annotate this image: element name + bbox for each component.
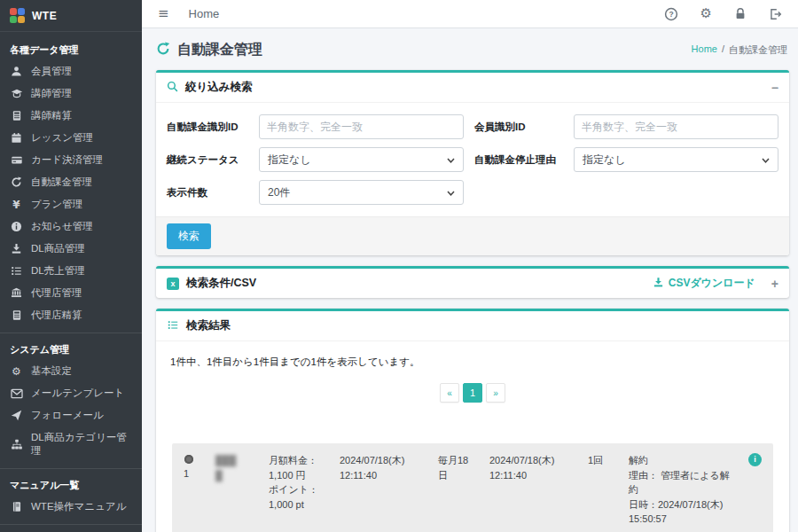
sidebar-item-dl-categories[interactable]: DL商品カテゴリー管理: [0, 426, 142, 462]
billing-count-cell: 1回: [588, 453, 616, 527]
navbar-actions: ? ⚙: [664, 7, 782, 21]
stop-reason-select[interactable]: 指定なし: [574, 147, 778, 172]
help-icon[interactable]: ?: [664, 7, 678, 21]
expand-icon[interactable]: +: [771, 278, 778, 290]
sidebar-item-mail-templates[interactable]: メールテンプレート: [0, 382, 142, 404]
billing-day-cell: 毎月18日: [438, 453, 477, 527]
sidebar-item-label: WTE操作マニュアル: [31, 500, 126, 513]
sidebar-item-lessons[interactable]: レッスン管理: [0, 127, 142, 149]
pagination-page-1-button[interactable]: 1: [463, 383, 482, 403]
svg-text:?: ?: [669, 10, 673, 19]
sidebar-item-teacher-settlement[interactable]: 講師精算: [0, 105, 142, 127]
sitemap-icon: [10, 439, 23, 450]
sidebar-item-label: DL商品カテゴリー管理: [31, 431, 132, 458]
sidebar-item-label: DL商品管理: [31, 242, 85, 255]
sidebar-item-label: カード決済管理: [31, 153, 103, 167]
sidebar-item-wte-manual[interactable]: WTE操作マニュアル: [0, 496, 142, 518]
settings-icon[interactable]: ⚙: [700, 7, 712, 20]
search-button[interactable]: 検索: [167, 223, 211, 249]
results-card-title: 検索結果: [186, 318, 231, 333]
info-icon[interactable]: i: [748, 453, 762, 466]
sidebar-nav: 各種データ管理 会員管理 講師管理 講師精算 レッスン管理 カード決済管理 自動…: [0, 32, 142, 527]
breadcrumb-home-link[interactable]: Home: [692, 43, 717, 57]
sidebar-item-label: 基本設定: [31, 364, 72, 378]
info-circle-icon: [10, 221, 23, 232]
sidebar-item-card-payments[interactable]: カード決済管理: [0, 149, 142, 171]
breadcrumb-current: 自動課金管理: [729, 43, 787, 57]
sidebar-item-label: 講師管理: [31, 87, 72, 100]
sidebar-item-label: お知らせ管理: [31, 220, 93, 233]
user-icon: [10, 66, 23, 77]
sidebar-item-label: レッスン管理: [31, 131, 93, 145]
sidebar: WTE 各種データ管理 会員管理 講師管理 講師精算 レッスン管理 カード決済管…: [0, 0, 142, 532]
sidebar-item-label: 代理店精算: [31, 309, 82, 322]
brand-link[interactable]: WTE: [0, 0, 142, 32]
breadcrumb-separator: /: [722, 43, 724, 57]
collapse-icon[interactable]: −: [771, 82, 778, 94]
last-billing-datetime-cell: 2024/07/18(木) 12:11:40: [489, 453, 575, 527]
results-body: 1件中、1件目から1件目までの1件を表示しています。 « 1 » 1 ███ █: [156, 341, 789, 532]
sidebar-section-system: システム管理: [0, 335, 142, 360]
logout-icon[interactable]: [769, 8, 782, 20]
pagination-next-button[interactable]: »: [486, 383, 505, 403]
results-card: 検索結果 1件中、1件目から1件目までの1件を表示しています。 « 1 » 1 …: [156, 309, 789, 532]
continuation-status-select[interactable]: 指定なし: [259, 147, 464, 172]
sidebar-item-dl-sales[interactable]: DL売上管理: [0, 260, 142, 282]
member-name-redacted: ███ █: [215, 453, 256, 527]
result-row: 1 ███ █ 月額料金： 1,100 円 ポイント： 1,000 pt 202…: [172, 443, 773, 532]
wte-logo-icon: [10, 8, 25, 23]
auto-billing-id-input[interactable]: [259, 114, 464, 139]
sidebar-item-dl-products[interactable]: DL商品管理: [0, 238, 142, 260]
continuation-status-label: 継続ステータス: [167, 153, 248, 167]
list-icon: [10, 265, 23, 277]
lock-icon[interactable]: [734, 7, 747, 20]
stop-reason-label: 自動課金停止理由: [474, 153, 563, 167]
hamburger-icon[interactable]: ≡: [158, 7, 169, 20]
chevron-down-icon: [762, 153, 770, 166]
per-page-select[interactable]: 20件: [259, 180, 464, 205]
graduation-cap-icon: [10, 88, 23, 99]
yen-icon: ¥: [10, 199, 23, 211]
results-card-header: 検索結果: [156, 311, 789, 341]
status-cell: 解約 理由： 管理者による解約 日時：2024/07/18(木) 15:50:5…: [629, 453, 733, 527]
pagination-top: « 1 »: [167, 383, 778, 403]
credit-card-icon: [10, 154, 23, 166]
sidebar-item-label: DL売上管理: [31, 264, 85, 278]
search-icon: [167, 81, 178, 95]
chevron-down-icon: [447, 153, 455, 166]
filter-form: 自動課金識別ID 会員識別ID 継続ステータス 指定なし 自動課金停止理由 指定…: [156, 103, 789, 216]
sidebar-item-agencies[interactable]: 代理店管理: [0, 282, 142, 304]
csv-download-link[interactable]: CSVダウンロード: [653, 276, 755, 291]
main-area: ≡ Home ? ⚙ 自動課金管理 Home / 自動課金管理 絞り込み検索: [142, 0, 798, 532]
sidebar-item-label: 会員管理: [31, 65, 72, 78]
member-id-label: 会員識別ID: [474, 121, 563, 134]
sidebar-item-plans[interactable]: ¥ プラン管理: [0, 193, 142, 215]
breadcrumb: Home / 自動課金管理: [692, 43, 787, 57]
filter-card-footer: 検索: [156, 216, 789, 255]
auto-billing-id-label: 自動課金識別ID: [167, 121, 248, 134]
refresh-icon: [156, 42, 170, 59]
calculator-icon: [10, 309, 23, 321]
sidebar-item-teachers[interactable]: 講師管理: [0, 82, 142, 105]
sidebar-item-basic-settings[interactable]: ⚙ 基本設定: [0, 360, 142, 382]
sidebar-item-label: メールテンプレート: [31, 387, 124, 400]
top-navbar: ≡ Home ? ⚙: [142, 0, 798, 28]
gear-icon: ⚙: [10, 365, 23, 378]
sidebar-divider: [0, 468, 142, 469]
sidebar-item-agency-settlement[interactable]: 代理店精算: [0, 304, 142, 326]
page-content: 自動課金管理 Home / 自動課金管理 絞り込み検索 − 自動課金識別ID 会…: [142, 28, 798, 532]
nav-home-link[interactable]: Home: [189, 7, 220, 20]
sidebar-section-manuals: マニュアル一覧: [0, 471, 142, 496]
sidebar-item-label: フォローメール: [31, 409, 104, 422]
sidebar-item-auto-billing[interactable]: 自動課金管理: [0, 171, 142, 193]
paper-plane-icon: [10, 410, 23, 421]
pagination-prev-button[interactable]: «: [440, 383, 459, 403]
download-icon: [653, 277, 664, 291]
refresh-icon: [10, 176, 23, 188]
sidebar-item-members[interactable]: 会員管理: [0, 60, 142, 82]
member-id-input[interactable]: [574, 114, 778, 139]
sidebar-divider: [0, 524, 142, 525]
envelope-icon: [10, 388, 23, 399]
sidebar-item-follow-mail[interactable]: フォローメール: [0, 404, 142, 426]
sidebar-item-announcements[interactable]: お知らせ管理: [0, 215, 142, 238]
